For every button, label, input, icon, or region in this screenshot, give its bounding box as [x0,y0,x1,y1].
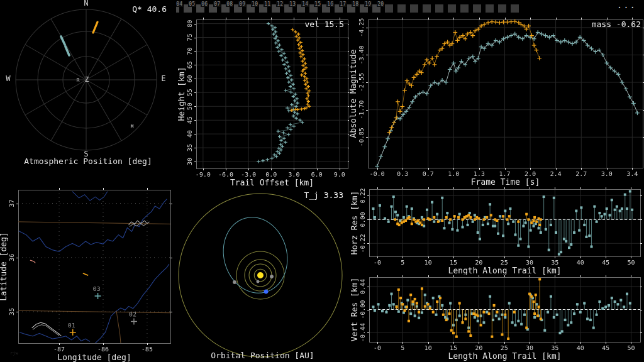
trail-offset-plot [176,18,349,187]
frame-tab-28[interactable] [473,4,481,13]
velocity-value: vel 15.5 [304,19,344,29]
frame-tab-14[interactable]: 14 [297,4,305,13]
frame-tab-label: 07 [213,1,221,7]
frame-tab-08[interactable]: 08 [221,4,230,13]
frame-tab-label: 20 [377,1,384,7]
frame-tab-label: 11 [264,1,271,7]
frame-tab-label: 16 [326,1,334,7]
frame-tab-label: 18 [352,1,359,7]
frame-tab-19[interactable]: 19 [360,4,368,13]
frame-tab-21[interactable] [385,4,393,13]
frame-tab-label: 15 [314,1,321,7]
frame-tab-label: 17 [339,1,347,7]
frame-tab-06[interactable]: 06 [196,4,204,13]
frame-tab-31[interactable] [511,4,519,13]
watermark: rjw [10,351,18,356]
frame-tab-17[interactable]: 17 [335,4,343,13]
frame-tab-05[interactable]: 05 [184,4,192,13]
atmospheric-position-panel: Q* 40.6 Atmospheric Position [deg] [0,0,176,170]
frame-tab-07[interactable]: 07 [209,4,217,13]
qstar-value: Q* 40.6 [132,4,167,14]
frame-tab-label: 06 [201,1,208,7]
trail-offset-panel: vel 15.5 [176,18,349,187]
frame-tab-13[interactable]: 13 [284,4,292,13]
frame-tab-15[interactable]: 15 [309,4,318,13]
app-root: { "header": { "timestamp": "20250711 02:… [0,0,644,362]
tisserand-value: T_j 3.33 [304,190,343,200]
magnitude-plot [349,18,644,187]
horz-residuals-panel [349,187,644,275]
frame-tab-10[interactable]: 10 [247,4,255,13]
orbital-position-plot [176,187,349,362]
more-menu[interactable]: ... [617,0,636,10]
orbital-position-caption: Orbital Position [AU] [176,351,349,360]
frame-tab-label: 14 [301,1,309,7]
vert-residuals-plot [349,275,644,362]
ground-map-panel [0,187,176,362]
frame-tab-11[interactable]: 11 [259,4,267,13]
frame-tab-16[interactable]: 16 [322,4,330,13]
frame-tab-label: 08 [226,1,233,7]
frame-tab-26[interactable] [448,4,456,13]
frame-tab-27[interactable] [460,4,469,13]
orbital-position-panel: T_j 3.33 Orbital Position [AU] [176,187,349,362]
frame-tab-24[interactable] [423,4,431,13]
frame-tab-label: 19 [364,1,372,7]
magnitude-panel: mass -0.62 [349,18,644,187]
mass-value: mass -0.62 [592,19,641,29]
frame-tab-25[interactable] [435,4,443,13]
vert-residuals-panel [349,275,644,362]
frame-tab-label: 04 [175,1,183,7]
tab-strip: 0102030405060708091011121314151617181920 [121,4,519,13]
frame-tab-label: 13 [289,1,296,7]
frame-tab-label: 10 [251,1,258,7]
ground-map-plot [0,187,176,362]
frame-tab-18[interactable]: 18 [347,4,355,13]
frame-tab-23[interactable] [410,4,418,13]
frame-tab-29[interactable] [486,4,494,13]
frame-tab-20[interactable]: 20 [372,4,380,13]
atmospheric-position-caption: Atmospheric Position [deg] [0,156,176,166]
horz-residuals-plot [349,187,644,275]
frame-tab-09[interactable]: 09 [234,4,242,13]
frame-tab-12[interactable]: 12 [272,4,280,13]
frame-tab-22[interactable] [397,4,406,13]
frame-tab-30[interactable] [498,4,506,13]
frame-tab-label: 05 [188,1,196,7]
atmospheric-position-plot [0,0,176,170]
frame-tab-label: 12 [276,1,284,7]
frame-tab-label: 09 [238,1,246,7]
